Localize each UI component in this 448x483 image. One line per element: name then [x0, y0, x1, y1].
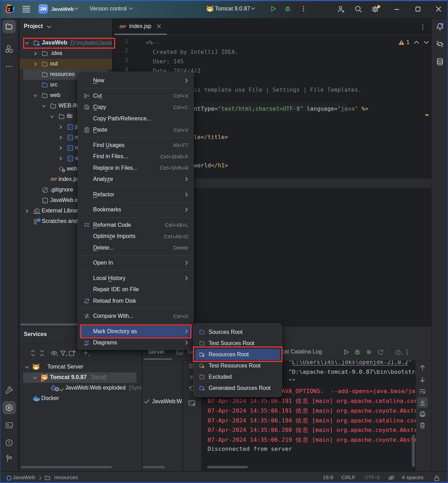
menu-item-reformat-code[interactable]: Reformat CodeCtrl+Alt+L: [78, 219, 193, 231]
log-vertical-scrollbar[interactable]: [412, 435, 415, 467]
services-tree-item-tomcat-9-0-87[interactable]: Tomcat 9.0.87 [local]: [20, 372, 142, 383]
editor-tab-index-jsp[interactable]: JSP index.jsp: [119, 19, 161, 34]
menu-item-local-history[interactable]: Local History: [78, 273, 193, 284]
chevron-right-icon[interactable]: [25, 209, 29, 213]
trash-icon[interactable]: [419, 422, 426, 429]
settings-gear-icon[interactable]: [371, 5, 380, 13]
chevron-right-icon[interactable]: [58, 156, 63, 161]
arrow-up-icon[interactable]: [419, 364, 426, 371]
chevron-right-icon[interactable]: [58, 146, 63, 150]
services-tree-item-javaweb-web-exploded[interactable]: JavaWeb:Web exploded [Synchronized]: [20, 383, 142, 393]
services-toolwindow-button[interactable]: [2, 401, 16, 414]
print-icon[interactable]: [419, 411, 426, 418]
chevron-right-icon[interactable]: [33, 62, 37, 66]
chevron-right-icon[interactable]: [33, 51, 37, 56]
chevron-right-icon[interactable]: [58, 125, 63, 129]
chevron-right-icon[interactable]: [58, 135, 63, 140]
inspections-widget[interactable]: 1: [398, 38, 429, 47]
services-tree-item-docker[interactable]: Docker: [20, 393, 142, 404]
run-button[interactable]: [270, 5, 277, 12]
ai-assistant-button[interactable]: [433, 37, 447, 51]
menu-item-refactor[interactable]: Refactor: [78, 189, 193, 201]
project-name-menu[interactable]: JavaWeb: [51, 6, 74, 12]
menu-item-analyze[interactable]: Analyze: [78, 174, 193, 185]
submenu-item-sources-root[interactable]: Sources Root: [194, 327, 282, 338]
editor-options-icon[interactable]: [419, 23, 426, 30]
menu-item-copy-path-reference-[interactable]: Copy Path/Reference...: [78, 113, 193, 125]
line-ending-widget[interactable]: CRLF: [341, 474, 355, 481]
breadcrumb-project[interactable]: JavaWeb: [13, 474, 35, 481]
chevron-down-icon[interactable]: [33, 376, 37, 380]
log-horizontal-scrollbar[interactable]: [207, 466, 248, 468]
caret-position-widget[interactable]: 16:8: [323, 474, 333, 481]
maximize-button[interactable]: [414, 5, 422, 13]
more-actions-icon[interactable]: [300, 5, 307, 12]
project-panel-header[interactable]: Project: [20, 19, 112, 34]
more-toolwindows-button[interactable]: [2, 60, 16, 73]
run-configuration-selector[interactable]: Tomcat 9.0.87: [215, 6, 250, 12]
indent-widget[interactable]: 4 spaces: [402, 474, 424, 481]
deployment-horizontal-scrollbar[interactable]: [143, 466, 165, 468]
structure-toolwindow-button[interactable]: [2, 42, 16, 56]
git-toolwindow-button[interactable]: [2, 452, 16, 465]
rerun-icon[interactable]: [377, 349, 384, 356]
chevron-down-icon[interactable]: [25, 365, 29, 369]
menu-item-new[interactable]: New: [78, 75, 193, 86]
services-horizontal-scrollbar[interactable]: [21, 466, 112, 468]
chevron-down-icon[interactable]: [42, 104, 46, 108]
next-warning-icon[interactable]: [424, 41, 429, 44]
prev-warning-icon[interactable]: [414, 41, 419, 44]
menu-item-find-usages[interactable]: Find UsagesAlt+F7: [78, 140, 193, 151]
submenu-item-excluded[interactable]: Excluded: [194, 371, 282, 383]
services-tree-item-tomcat-server[interactable]: Tomcat Server: [20, 362, 142, 372]
hamburger-menu-icon[interactable]: [22, 5, 30, 13]
view-options-icon[interactable]: [50, 350, 59, 357]
menu-item-optimize-imports[interactable]: Optimize ImportsCtrl+Alt+O: [78, 231, 193, 242]
encoding-widget[interactable]: UTF-8: [364, 474, 380, 481]
submenu-item-generated-sources-root[interactable]: Generated Sources Root: [194, 383, 282, 394]
menu-item-delete-[interactable]: Delete...Delete: [78, 242, 193, 254]
stop-icon[interactable]: [365, 349, 372, 356]
menu-item-cut[interactable]: CutCtrl+X: [78, 90, 193, 102]
menu-item-open-in[interactable]: Open In: [78, 257, 193, 269]
notifications-bell-button[interactable]: [433, 20, 447, 33]
menu-item-reload-from-disk[interactable]: Reload from Disk: [78, 295, 193, 307]
run-icon[interactable]: [343, 349, 350, 356]
chevron-down-icon[interactable]: [33, 93, 37, 98]
menu-item-bookmarks[interactable]: Bookmarks: [78, 204, 193, 216]
error-stripe-warning-mark[interactable]: [425, 114, 429, 116]
deployment-item[interactable]: JavaWeb:Web exploded: [144, 396, 182, 407]
menu-item-copy[interactable]: CopyCtrl+C: [78, 102, 193, 113]
menu-item-find-in-files-[interactable]: Find in Files...Ctrl+Shift+F: [78, 151, 193, 162]
add-icon[interactable]: [83, 350, 91, 357]
debug-icon[interactable]: [354, 349, 361, 356]
project-view-selector[interactable]: Project: [24, 23, 43, 29]
eye-off-icon[interactable]: [388, 475, 396, 481]
collapse-all-icon[interactable]: [38, 350, 46, 357]
add-root-icon[interactable]: [68, 350, 76, 357]
menu-item-repair-ide-on-file[interactable]: Repair IDE on File: [78, 284, 193, 295]
build-toolwindow-button[interactable]: [2, 384, 16, 397]
menu-item-replace-in-files-[interactable]: Replace in Files...Ctrl+Shift+R: [78, 162, 193, 174]
terminal-toolwindow-button[interactable]: [2, 419, 16, 432]
expand-all-icon[interactable]: [29, 350, 36, 357]
more-icon[interactable]: [404, 349, 411, 356]
database-toolwindow-button[interactable]: [433, 55, 447, 68]
profiler-icon[interactable]: [394, 349, 404, 356]
scroll-console-icon[interactable]: [188, 399, 196, 407]
arrow-down-icon[interactable]: [419, 376, 426, 383]
menu-item-paste[interactable]: PasteCtrl+V: [78, 124, 193, 136]
close-tab-icon[interactable]: [156, 24, 161, 29]
debug-button[interactable]: [284, 5, 291, 12]
project-toolwindow-button[interactable]: [2, 20, 16, 33]
minimize-button[interactable]: [393, 5, 401, 13]
scroll-end-icon[interactable]: [419, 399, 426, 406]
problems-toolwindow-button[interactable]: [2, 436, 16, 449]
chevron-down-icon[interactable]: [50, 114, 54, 119]
search-icon[interactable]: [354, 5, 363, 13]
breadcrumb-directory[interactable]: resources: [54, 474, 78, 481]
project-tree-item--idea[interactable]: .idea: [20, 48, 113, 59]
filter-icon[interactable]: [59, 350, 68, 357]
add-user-icon[interactable]: [337, 5, 345, 13]
unlock-icon[interactable]: [434, 475, 440, 481]
